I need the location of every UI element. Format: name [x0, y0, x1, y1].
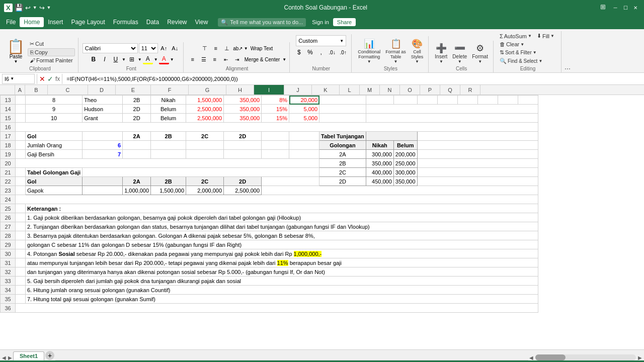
- search-box[interactable]: 🔍 Tell me what you want to do...: [218, 18, 306, 27]
- cell-36[interactable]: [16, 304, 538, 313]
- row-num-34[interactable]: 34: [1, 286, 16, 295]
- merge-center-button[interactable]: Merge & Center: [243, 56, 282, 63]
- decrease-indent-icon[interactable]: ⇤: [221, 54, 231, 64]
- wrap-text-button[interactable]: Wrap Text: [249, 45, 275, 52]
- row-num-26[interactable]: 26: [1, 213, 16, 222]
- cell-j13[interactable]: [319, 96, 366, 105]
- align-top-icon[interactable]: ⊤: [200, 43, 210, 53]
- cell-b17[interactable]: Gol: [26, 132, 83, 141]
- sheet-tab-sheet1[interactable]: Sheet1: [13, 351, 44, 360]
- cell-m18-r18[interactable]: [417, 141, 538, 150]
- cell-m22-r22[interactable]: [417, 177, 538, 186]
- cell-d13[interactable]: 2B: [123, 96, 151, 105]
- cell-a34[interactable]: [16, 286, 26, 295]
- cell-l19[interactable]: 200,000: [393, 150, 417, 159]
- col-header-l[interactable]: L: [340, 85, 360, 95]
- cell-a20-i20[interactable]: [16, 159, 319, 168]
- cell-q13[interactable]: [498, 96, 518, 105]
- insert-function-icon[interactable]: fx: [55, 75, 60, 82]
- format-btn-ribbon[interactable]: ⚙ Format ▼: [470, 42, 490, 65]
- row-num-22[interactable]: 22: [1, 177, 16, 186]
- cell-k20[interactable]: 350,000: [366, 159, 393, 168]
- col-header-a[interactable]: A: [15, 85, 25, 95]
- cell-h17[interactable]: [262, 132, 289, 141]
- cell-d19[interactable]: [123, 150, 151, 159]
- increase-decimal-btn[interactable]: .0↑: [338, 47, 348, 57]
- cell-reference-box[interactable]: I6 ▼: [2, 74, 35, 84]
- cell-f18[interactable]: [186, 141, 224, 150]
- cell-b15[interactable]: 10: [26, 114, 83, 123]
- row-num-33[interactable]: 33: [1, 277, 16, 286]
- cell-m13[interactable]: [417, 96, 437, 105]
- row-num-19[interactable]: 19: [1, 150, 16, 159]
- cell-a30[interactable]: [16, 249, 26, 258]
- cell-b35[interactable]: 7. Hitung total gaji sesuai golongan (gu…: [26, 295, 538, 304]
- cell-a23[interactable]: [16, 186, 26, 195]
- cell-a14[interactable]: [16, 105, 26, 114]
- cell-i17[interactable]: [289, 132, 319, 141]
- scroll-left-icon[interactable]: ◀: [529, 355, 533, 360]
- cell-j22[interactable]: 2D: [319, 177, 366, 186]
- row-num-13[interactable]: 13: [1, 96, 16, 105]
- nav-right-icon[interactable]: ▶: [8, 355, 12, 360]
- cell-l22[interactable]: 350,000: [393, 177, 417, 186]
- cell-g23[interactable]: 2,500,000: [224, 186, 262, 195]
- col-header-j[interactable]: J: [284, 85, 312, 95]
- menu-item-pagelayout[interactable]: Page Layout: [67, 17, 109, 27]
- formula-input[interactable]: [64, 74, 642, 84]
- cell-b25[interactable]: Keterangan :: [26, 204, 538, 213]
- cell-h22-i22[interactable]: [262, 177, 319, 186]
- fill-color-button[interactable]: A: [143, 54, 153, 64]
- cell-r13[interactable]: [518, 96, 538, 105]
- cell-h13[interactable]: 8%: [262, 96, 289, 105]
- cell-g19[interactable]: [224, 150, 262, 159]
- col-header-g[interactable]: G: [189, 85, 226, 95]
- ribbon-expand-btn[interactable]: ⋯: [565, 65, 571, 72]
- customize-icon[interactable]: ▼: [47, 5, 51, 10]
- cell-b27[interactable]: 2. Tunjangan diberikan berdasarkan golon…: [26, 222, 538, 231]
- col-header-f[interactable]: F: [151, 85, 189, 95]
- row-num-25[interactable]: 25: [1, 204, 16, 213]
- confirm-formula-icon[interactable]: ✓: [47, 75, 53, 83]
- cell-b19[interactable]: Gaji Bersih: [26, 150, 83, 159]
- cell-c17[interactable]: [83, 132, 123, 141]
- cell-n17-r17[interactable]: [417, 132, 538, 141]
- row-num-28[interactable]: 28: [1, 231, 16, 240]
- cell-l13[interactable]: [393, 96, 417, 105]
- col-header-r[interactable]: R: [460, 85, 480, 95]
- cell-b31[interactable]: atau mempunyai tunjangan lebih besar dar…: [26, 258, 538, 267]
- fill-btn[interactable]: ⬇ Fill ▼: [535, 32, 556, 40]
- cell-g15[interactable]: 350,000: [224, 114, 262, 123]
- decrease-font-icon[interactable]: A↓: [170, 43, 180, 53]
- cell-j15[interactable]: [319, 114, 366, 123]
- cell-c23[interactable]: [83, 186, 123, 195]
- font-color-dropdown-icon[interactable]: ▼: [170, 57, 174, 62]
- cell-l20[interactable]: 250,000: [393, 159, 417, 168]
- align-center-icon[interactable]: ☰: [199, 54, 209, 64]
- cell-d14[interactable]: 2D: [123, 105, 151, 114]
- cell-h18[interactable]: [262, 141, 289, 150]
- row-num-20[interactable]: 20: [1, 159, 16, 168]
- menu-item-home[interactable]: Home: [20, 17, 44, 27]
- insert-btn[interactable]: ➕ Insert ▼: [433, 42, 449, 65]
- cell-d22[interactable]: 2A: [123, 177, 151, 186]
- row-num-27[interactable]: 27: [1, 222, 16, 231]
- delete-btn[interactable]: ➖ Delete ▼: [450, 42, 469, 65]
- cell-b30[interactable]: 4. Potongan Sosial sebesar Rp 20.000,- d…: [26, 249, 538, 258]
- cell-d17[interactable]: 2A: [123, 132, 151, 141]
- cell-k22[interactable]: 450,000: [366, 177, 393, 186]
- cell-e17[interactable]: 2B: [151, 132, 186, 141]
- cell-e15[interactable]: Belum: [151, 114, 186, 123]
- format-as-table-btn[interactable]: 📋 Format asTable ▼: [383, 37, 408, 65]
- cell-b23[interactable]: Gapok: [26, 186, 83, 195]
- row-num-17[interactable]: 17: [1, 132, 16, 141]
- comma-btn[interactable]: ,: [316, 47, 326, 57]
- cell-a27[interactable]: [16, 222, 26, 231]
- maximize-btn[interactable]: ☐: [621, 3, 630, 12]
- col-header-h[interactable]: H: [226, 85, 254, 95]
- menu-item-insert[interactable]: Insert: [44, 17, 67, 27]
- cell-b28[interactable]: 3. Besarnya pajak ditentukan berdasarkan…: [26, 231, 538, 240]
- cell-k14-r14[interactable]: [366, 105, 538, 114]
- cell-j19[interactable]: 2A: [319, 150, 366, 159]
- align-left-icon[interactable]: ≡: [188, 54, 198, 64]
